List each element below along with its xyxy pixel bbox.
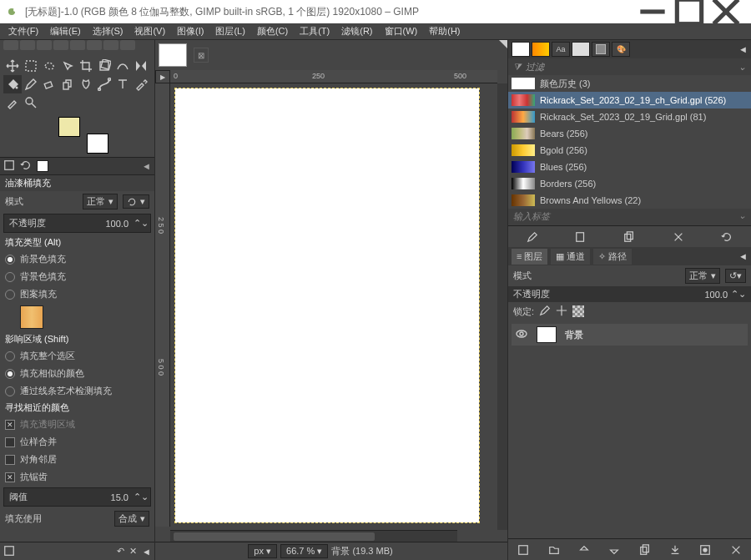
- zoom-dropdown[interactable]: 66.7 % ▾: [280, 544, 328, 558]
- path-tool-icon[interactable]: [95, 75, 113, 93]
- duplicate-layer-icon[interactable]: [637, 542, 653, 558]
- opacity-value[interactable]: 100.0: [105, 219, 129, 229]
- fill-fg-radio[interactable]: [5, 255, 15, 265]
- mode-dropdown[interactable]: 正常▾: [83, 194, 118, 209]
- lock-position-icon[interactable]: [556, 305, 567, 318]
- eyedropper-tool-icon[interactable]: [132, 75, 150, 93]
- crop-tool-icon[interactable]: [77, 57, 95, 75]
- layer-list[interactable]: 背景: [508, 320, 751, 538]
- zoom-tool-icon[interactable]: [22, 93, 40, 112]
- dock-menu-right-icon[interactable]: ◄: [738, 44, 748, 54]
- fillby-dropdown[interactable]: 合成▾: [114, 511, 149, 527]
- dock-corner-icon[interactable]: [499, 40, 507, 48]
- fill-pattern-radio[interactable]: [5, 290, 15, 300]
- eraser-tool-icon[interactable]: [40, 75, 58, 93]
- pencil-tool-icon[interactable]: [22, 75, 40, 93]
- color-picker-tool-icon[interactable]: [3, 93, 22, 112]
- fonts-tab-icon[interactable]: Aa: [552, 42, 570, 57]
- save-preset-icon[interactable]: [3, 545, 15, 558]
- undo-history-tab-icon[interactable]: [20, 159, 32, 173]
- filter-expand-icon[interactable]: ⌄: [738, 62, 746, 73]
- bg-color-swatch[interactable]: [87, 134, 108, 154]
- layer-row[interactable]: 背景: [512, 324, 748, 346]
- fuzzy-select-tool-icon[interactable]: [58, 57, 77, 75]
- tool-options-tab-icon[interactable]: [3, 159, 15, 173]
- delete-layer-icon[interactable]: [728, 542, 744, 558]
- menu-select[interactable]: 选择(S): [88, 23, 129, 39]
- menu-filters[interactable]: 滤镜(R): [336, 23, 377, 39]
- layers-tab[interactable]: ≡图层: [512, 249, 547, 265]
- clone-tool-icon[interactable]: [58, 75, 77, 93]
- fg-swatch-icon[interactable]: [37, 160, 48, 172]
- lock-alpha-icon[interactable]: [572, 305, 584, 317]
- layer-thumbnail[interactable]: [537, 326, 557, 343]
- sample-merged-check[interactable]: [5, 437, 15, 447]
- fill-transparent-check[interactable]: [5, 420, 15, 430]
- delete-preset-icon[interactable]: ✕: [129, 546, 137, 557]
- new-group-icon[interactable]: [546, 542, 562, 558]
- filter-input[interactable]: 过滤: [526, 61, 544, 73]
- fg-bg-color-picker[interactable]: [58, 117, 108, 154]
- restore-preset-icon[interactable]: ↶: [117, 546, 124, 557]
- text-tool-icon[interactable]: [113, 75, 132, 93]
- duplicate-palette-icon[interactable]: [621, 229, 638, 245]
- menu-help[interactable]: 帮助(H): [424, 23, 465, 39]
- delete-palette-icon[interactable]: [670, 229, 687, 245]
- paths-tab[interactable]: ✧路径: [593, 249, 632, 265]
- lock-pixels-icon[interactable]: [539, 305, 551, 318]
- warp-tool-icon[interactable]: [113, 57, 132, 75]
- layer-visibility-icon[interactable]: [515, 327, 528, 342]
- diagonal-check[interactable]: [5, 455, 15, 465]
- palette-list[interactable]: 颜色历史 (3) Rickrack_Set_2023_02_19_ch_Grid…: [508, 75, 751, 209]
- brushes-tab-icon[interactable]: [512, 42, 530, 57]
- layer-mode-reset-icon[interactable]: ↺▾: [725, 269, 746, 283]
- menu-image[interactable]: 图像(I): [172, 23, 209, 39]
- menu-layer[interactable]: 图层(L): [210, 23, 249, 39]
- affect-similar-radio[interactable]: [5, 369, 15, 379]
- unit-dropdown[interactable]: px ▾: [248, 544, 277, 558]
- close-button[interactable]: [708, 0, 744, 23]
- image-tab-close-icon[interactable]: ⊠: [194, 48, 209, 63]
- minimize-button[interactable]: [634, 0, 671, 23]
- merge-layer-icon[interactable]: [667, 542, 683, 558]
- flip-tool-icon[interactable]: [132, 57, 150, 75]
- rect-select-tool-icon[interactable]: [22, 57, 40, 75]
- mode-reset-button[interactable]: ▾: [123, 194, 149, 209]
- tag-expand-icon[interactable]: ⌄: [738, 210, 746, 224]
- history-tab-icon[interactable]: [572, 42, 590, 57]
- horizontal-scrollbar[interactable]: [170, 530, 457, 542]
- layer-opacity-value[interactable]: 100.0: [704, 290, 728, 300]
- menu-colors[interactable]: 颜色(C): [252, 23, 293, 39]
- palettes-tab-icon[interactable]: [532, 42, 550, 57]
- image-tab[interactable]: [159, 43, 187, 67]
- affect-whole-radio[interactable]: [5, 351, 15, 361]
- menu-file[interactable]: 文件(F): [3, 23, 43, 39]
- channels-tab[interactable]: ▦通道: [551, 249, 590, 265]
- opacity-spinner[interactable]: ⌃⌄: [134, 218, 145, 229]
- mypaint-tab-icon[interactable]: 🎨: [612, 42, 630, 57]
- free-select-tool-icon[interactable]: [40, 57, 58, 75]
- new-layer-icon[interactable]: [515, 542, 532, 558]
- threshold-spinner[interactable]: ⌃⌄: [134, 492, 145, 502]
- menu-edit[interactable]: 编辑(E): [45, 23, 86, 39]
- layer-name[interactable]: 背景: [565, 329, 583, 341]
- image-canvas[interactable]: [175, 88, 479, 522]
- lower-layer-icon[interactable]: [606, 542, 622, 558]
- fill-bg-radio[interactable]: [5, 272, 15, 282]
- palette-tag-input[interactable]: 输入标签: [513, 210, 550, 224]
- move-tool-icon[interactable]: [3, 57, 22, 75]
- vertical-ruler[interactable]: 2 5 0 5 0 0: [155, 83, 170, 527]
- menu-view[interactable]: 视图(V): [129, 23, 170, 39]
- dock-menu-icon[interactable]: ◄: [142, 161, 151, 171]
- affect-lineart-radio[interactable]: [5, 386, 15, 396]
- pattern-swatch[interactable]: [20, 305, 43, 329]
- gradients-tab-icon[interactable]: [592, 42, 610, 57]
- rotate-tool-icon[interactable]: [95, 57, 113, 75]
- ruler-origin-icon[interactable]: ▶: [155, 70, 170, 83]
- new-palette-icon[interactable]: [572, 229, 589, 245]
- layer-opacity-spinner[interactable]: ⌃⌄: [731, 289, 746, 300]
- smudge-tool-icon[interactable]: [77, 75, 95, 93]
- fg-color-swatch[interactable]: [58, 117, 80, 137]
- layer-mode-dropdown[interactable]: 正常▾: [685, 268, 720, 284]
- layers-dock-menu-icon[interactable]: ◄: [738, 251, 748, 261]
